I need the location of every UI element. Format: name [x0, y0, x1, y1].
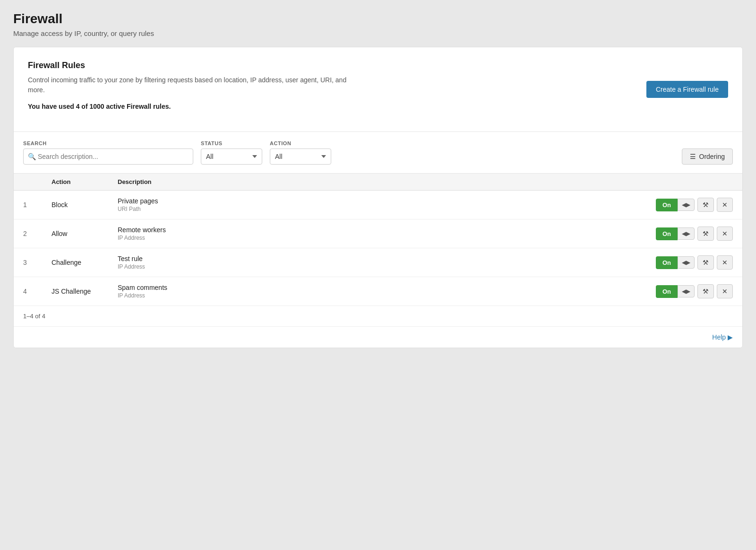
action-filter-group: ACTION All Block Allow Challenge JS Chal…: [270, 140, 331, 165]
row-desc-sub-1: URI Path: [118, 206, 629, 212]
row-action-3: Challenge: [52, 259, 118, 266]
row-desc-2: Remote workers IP Address: [118, 226, 629, 241]
page-title: Firewall: [13, 11, 743, 26]
col-header-action: Action: [52, 178, 118, 185]
delete-button-2[interactable]: ✕: [717, 227, 733, 241]
status-filter-group: STATUS All On Off: [201, 140, 262, 165]
toggle-group-1: On ◀▶: [656, 199, 695, 211]
toggle-group-3: On ◀▶: [656, 256, 695, 269]
settings-button-2[interactable]: ⚒: [697, 227, 714, 241]
action-select[interactable]: All Block Allow Challenge JS Challenge: [270, 148, 331, 165]
row-controls-4: On ◀▶ ⚒ ✕: [629, 284, 733, 298]
row-controls-2: On ◀▶ ⚒ ✕: [629, 227, 733, 241]
help-link[interactable]: Help ▶: [712, 333, 733, 341]
card-header: Firewall Rules Control incoming traffic …: [14, 47, 742, 132]
search-label: SEARCH: [23, 140, 193, 146]
status-select[interactable]: All On Off: [201, 148, 262, 165]
row-num-2: 2: [23, 230, 52, 237]
row-desc-1: Private pages URI Path: [118, 197, 629, 212]
toggle-on-button-4[interactable]: On: [656, 285, 678, 298]
toggle-on-button-1[interactable]: On: [656, 199, 678, 211]
row-desc-main-4: Spam comments: [118, 284, 629, 291]
search-filter-group: SEARCH 🔍: [23, 140, 193, 165]
create-firewall-rule-button[interactable]: Create a Firewall rule: [646, 81, 728, 98]
firewall-rules-title: Firewall Rules: [28, 61, 359, 70]
toggle-arrow-button-3[interactable]: ◀▶: [678, 256, 695, 269]
action-label: ACTION: [270, 140, 331, 146]
row-action-1: Block: [52, 201, 118, 209]
settings-button-4[interactable]: ⚒: [697, 284, 714, 298]
search-input[interactable]: [23, 148, 193, 165]
toggle-group-4: On ◀▶: [656, 285, 695, 298]
ordering-label: Ordering: [699, 153, 725, 160]
row-desc-main-3: Test rule: [118, 255, 629, 262]
settings-button-1[interactable]: ⚒: [697, 198, 714, 212]
col-header-description: Description: [118, 178, 629, 185]
search-wrapper: 🔍: [23, 148, 193, 165]
row-desc-main-1: Private pages: [118, 197, 629, 205]
row-desc-sub-4: IP Address: [118, 292, 629, 299]
pagination-bar: 1–4 of 4: [14, 306, 742, 327]
toggle-on-button-2[interactable]: On: [656, 227, 678, 240]
delete-button-4[interactable]: ✕: [717, 284, 733, 298]
firewall-rules-description: Control incoming traffic to your zone by…: [28, 75, 359, 95]
delete-button-3[interactable]: ✕: [717, 255, 733, 270]
main-card: Firewall Rules Control incoming traffic …: [13, 47, 743, 348]
row-action-4: JS Challenge: [52, 288, 118, 295]
table-row: 4 JS Challenge Spam comments IP Address …: [14, 277, 742, 306]
row-controls-3: On ◀▶ ⚒ ✕: [629, 255, 733, 270]
row-desc-sub-3: IP Address: [118, 263, 629, 270]
toggle-on-button-3[interactable]: On: [656, 256, 678, 269]
toggle-group-2: On ◀▶: [656, 227, 695, 240]
page-subtitle: Manage access by IP, country, or query r…: [13, 29, 743, 37]
row-num-3: 3: [23, 259, 52, 266]
ordering-button[interactable]: ☰ Ordering: [682, 148, 733, 165]
row-desc-main-2: Remote workers: [118, 226, 629, 234]
delete-button-1[interactable]: ✕: [717, 198, 733, 212]
col-header-num: [23, 178, 52, 185]
row-desc-4: Spam comments IP Address: [118, 284, 629, 299]
rules-table: Action Description 1 Block Private pages…: [14, 174, 742, 306]
status-label: STATUS: [201, 140, 262, 146]
row-desc-sub-2: IP Address: [118, 235, 629, 241]
table-row: 2 Allow Remote workers IP Address On ◀▶ …: [14, 219, 742, 248]
filters-row: SEARCH 🔍 STATUS All On Off ACTION All Bl…: [14, 132, 742, 174]
ordering-icon: ☰: [690, 153, 696, 160]
footer-bar: Help ▶: [14, 327, 742, 348]
row-num-4: 4: [23, 288, 52, 295]
settings-button-3[interactable]: ⚒: [697, 255, 714, 270]
usage-note: You have used 4 of 1000 active Firewall …: [28, 102, 359, 112]
toggle-arrow-button-4[interactable]: ◀▶: [678, 285, 695, 297]
search-icon: 🔍: [28, 153, 36, 160]
col-header-controls: [629, 178, 733, 185]
row-controls-1: On ◀▶ ⚒ ✕: [629, 198, 733, 212]
toggle-arrow-button-1[interactable]: ◀▶: [678, 199, 695, 211]
toggle-arrow-button-2[interactable]: ◀▶: [678, 227, 695, 240]
row-action-2: Allow: [52, 230, 118, 237]
table-row: 3 Challenge Test rule IP Address On ◀▶ ⚒…: [14, 248, 742, 277]
table-row: 1 Block Private pages URI Path On ◀▶ ⚒ ✕: [14, 191, 742, 219]
row-num-1: 1: [23, 201, 52, 209]
row-desc-3: Test rule IP Address: [118, 255, 629, 270]
table-header: Action Description: [14, 174, 742, 191]
pagination-text: 1–4 of 4: [23, 313, 45, 320]
card-header-left: Firewall Rules Control incoming traffic …: [28, 61, 359, 118]
